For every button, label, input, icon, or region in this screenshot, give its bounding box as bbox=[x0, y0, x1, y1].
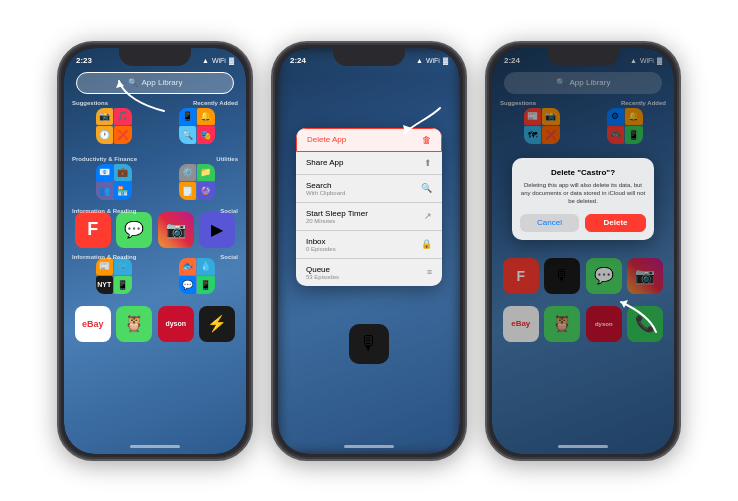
section-info-1: Information & Reading bbox=[72, 208, 136, 214]
section-suggestions-1: Suggestions bbox=[72, 100, 108, 106]
menu-delete-icon: 🗑 bbox=[422, 135, 431, 145]
home-indicator-2 bbox=[344, 445, 394, 448]
app-group-suggestions[interactable]: 📸 🎵 🕐 ❌ bbox=[96, 108, 132, 144]
menu-item-share[interactable]: Share App ⬆ bbox=[296, 152, 442, 175]
menu-queue-icon: ≡ bbox=[427, 267, 432, 277]
app-group-social[interactable]: 🐟 💧 💬 📱 bbox=[179, 258, 215, 294]
menu-timer-icon: ↗ bbox=[424, 211, 432, 221]
menu-item-search[interactable]: Search With Clipboard 🔍 bbox=[296, 175, 442, 203]
app-extra[interactable]: ▶ bbox=[199, 212, 235, 248]
delete-dialog: Delete "Castro"? Deleting this app will … bbox=[512, 158, 654, 240]
app-dyson[interactable]: dyson bbox=[158, 306, 194, 342]
section-social-1: Social bbox=[220, 208, 238, 214]
menu-share-icon: ⬆ bbox=[424, 158, 432, 168]
notch-3 bbox=[547, 48, 619, 66]
menu-search-sub: With Clipboard bbox=[306, 190, 345, 196]
menu-queue-sub: 53 Episodes bbox=[306, 274, 339, 280]
phone-2: 2:24 ▲ WiFi ▓ Delete App 🗑 bbox=[271, 41, 467, 461]
phone-3: 2:24 ▲ WiFi ▓ 🔍 App Library Suggestions … bbox=[485, 41, 681, 461]
menu-search-label: Search bbox=[306, 181, 345, 190]
dialog-delete-btn[interactable]: Delete bbox=[585, 214, 646, 232]
app-group-prod[interactable]: 📧 💼 👥 🏪 bbox=[96, 164, 132, 200]
menu-search-icon: 🔍 bbox=[421, 183, 432, 193]
section-info2-1: Information & Reading bbox=[72, 254, 136, 260]
status-icons-2: ▲ WiFi ▓ bbox=[416, 57, 448, 64]
menu-item-timer[interactable]: Start Sleep Timer 20 Minutes ↗ bbox=[296, 203, 442, 231]
section-prod-1: Productivity & Finance bbox=[72, 156, 137, 162]
app-instagram[interactable]: 📷 bbox=[158, 212, 194, 248]
app-messages[interactable]: 💬 bbox=[116, 212, 152, 248]
home-indicator-1 bbox=[130, 445, 180, 448]
menu-item-delete[interactable]: Delete App 🗑 bbox=[296, 128, 442, 152]
status-icons-1: ▲ WiFi ▓ bbox=[202, 57, 234, 64]
menu-queue-label: Queue bbox=[306, 265, 339, 274]
menu-inbox-icon: 🔒 bbox=[421, 239, 432, 249]
section-recent-1: Recently Added bbox=[193, 100, 238, 106]
app-duolingo[interactable]: 🦉 bbox=[116, 306, 152, 342]
app-group-util[interactable]: ⚙️ 📁 🗒️ 🔮 bbox=[179, 164, 215, 200]
time-1: 2:23 bbox=[76, 56, 92, 65]
dialog-buttons: Cancel Delete bbox=[520, 214, 646, 232]
section-social2-1: Social bbox=[220, 254, 238, 260]
dialog-title: Delete "Castro"? bbox=[520, 168, 646, 177]
search-icon-1: 🔍 bbox=[128, 78, 138, 87]
app-group-info[interactable]: 📰 🐦 NYT 📱 bbox=[96, 258, 132, 294]
dialog-cancel-btn[interactable]: Cancel bbox=[520, 214, 579, 232]
phone-1: 2:23 ▲ WiFi ▓ 🔍 App Library Suggestions … bbox=[57, 41, 253, 461]
home-indicator-3 bbox=[558, 445, 608, 448]
app-ebay[interactable]: eBay bbox=[75, 306, 111, 342]
notch-2 bbox=[333, 48, 405, 66]
menu-inbox-label: Inbox bbox=[306, 237, 336, 246]
app-flipboard[interactable]: F bbox=[75, 212, 111, 248]
search-text-1: App Library bbox=[142, 78, 183, 87]
menu-share-label: Share App bbox=[306, 158, 343, 167]
menu-item-queue[interactable]: Queue 53 Episodes ≡ bbox=[296, 259, 442, 286]
notch-1 bbox=[119, 48, 191, 66]
menu-timer-label: Start Sleep Timer bbox=[306, 209, 368, 218]
time-2: 2:24 bbox=[290, 56, 306, 65]
app-extra2[interactable]: ⚡ bbox=[199, 306, 235, 342]
menu-timer-sub: 20 Minutes bbox=[306, 218, 368, 224]
menu-item-inbox[interactable]: Inbox 0 Episodes 🔒 bbox=[296, 231, 442, 259]
search-bar-1[interactable]: 🔍 App Library bbox=[76, 72, 234, 94]
menu-inbox-sub: 0 Episodes bbox=[306, 246, 336, 252]
dialog-body: Deleting this app will also delete its d… bbox=[520, 181, 646, 206]
context-menu: Delete App 🗑 Share App ⬆ Search With Cli… bbox=[296, 128, 442, 286]
section-util-1: Utilities bbox=[216, 156, 238, 162]
app-group-recent[interactable]: 📱 🔔 🔍 🎭 bbox=[179, 108, 215, 144]
menu-delete-label: Delete App bbox=[307, 135, 346, 144]
